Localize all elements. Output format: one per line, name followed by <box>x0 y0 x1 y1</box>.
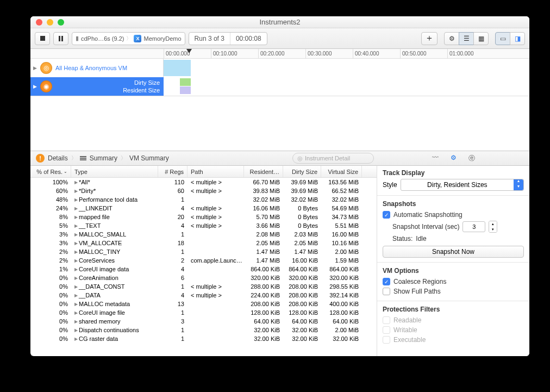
table-row[interactable]: 0%▶MALLOC metadata13208.00 KiB208.00 KiB… <box>30 300 377 308</box>
col-resident[interactable]: Resident… <box>244 166 283 177</box>
col-type[interactable]: Type <box>71 166 158 177</box>
col-dirty[interactable]: Dirty Size <box>283 166 321 177</box>
target-selector[interactable]: ▮ cdPho…6s (9.2) 〉 X MemoryDemo <box>72 32 185 45</box>
table-row[interactable]: 60%▶*Dirty*60< multiple >39.83 MiB39.69 … <box>30 186 377 195</box>
table-body[interactable]: 100%▶*All*110< multiple >66.70 MiB39.69 … <box>30 178 377 356</box>
view-grid-button[interactable]: ▦ <box>473 32 489 45</box>
table-row[interactable]: 0%▶__DATA_CONST1< multiple >288.00 KiB20… <box>30 282 377 291</box>
table-row[interactable]: 0%▶shared memory364.00 KiB64.00 KiB64.00… <box>30 317 377 326</box>
auto-snapshot-checkbox[interactable]: ✓ <box>383 211 390 219</box>
table-row[interactable]: 0%▶CoreUI image file1128.00 KiB128.00 Ki… <box>30 308 377 317</box>
toggle-inspector-button[interactable]: ◨ <box>510 32 525 45</box>
view-list-button[interactable]: ☰ <box>459 32 474 45</box>
device-label: cdPho…6s (9.2) <box>81 35 124 42</box>
cell-dirty: 0 Bytes <box>283 214 321 220</box>
table-row[interactable]: 1%▶CoreUI image data4864.00 KiB864.00 Ki… <box>30 265 377 273</box>
disclosure-icon[interactable]: ▶ <box>74 302 78 307</box>
view-strategy-button[interactable]: ⚙ <box>444 32 459 45</box>
fullpaths-checkbox[interactable] <box>383 288 390 295</box>
cell-regs: 1 <box>158 335 188 342</box>
track-vm-tracker[interactable]: ▶ ◉ Dirty Size Resident Size <box>30 77 529 96</box>
disclosure-icon[interactable]: ▶ <box>74 250 78 254</box>
interval-input[interactable] <box>462 221 485 232</box>
cell-dirty: 864.00 KiB <box>283 266 321 272</box>
track-allocations[interactable]: ▶ ◎ All Heap & Anonymous VM <box>30 59 529 77</box>
toggle-detail-button[interactable]: ▭ <box>495 32 510 45</box>
disclosure-icon[interactable]: ▶ <box>74 241 78 246</box>
timeline-ruler[interactable]: 00:00.000 00:10.000 00:20.000 00:30.000 … <box>30 49 529 59</box>
disclosure-icon[interactable]: ▶ <box>74 276 78 281</box>
table-row[interactable]: 24%▶__LINKEDIT4< multiple >16.06 MiB0 By… <box>30 204 377 213</box>
cell-dirty: 0 Bytes <box>283 205 321 211</box>
col-regs[interactable]: # Regs <box>158 166 188 177</box>
disclosure-icon[interactable]: ▶ <box>74 328 78 333</box>
disclosure-icon[interactable]: ▶ <box>74 319 78 324</box>
detail-navbar: ! Details 〉 Summary 〉 VM Summary ◎ Instr… <box>30 151 529 166</box>
cell-resident: 1.47 MiB <box>244 248 283 255</box>
zoom-icon[interactable] <box>58 19 64 26</box>
table-row[interactable]: 2%▶MALLOC_TINY11.47 MiB1.47 MiB2.00 MiB <box>30 247 377 256</box>
table-row[interactable]: 5%▶__TEXT4< multiple >3.66 MiB0 Bytes5.5… <box>30 221 377 230</box>
style-select[interactable]: Dirty, Resident Sizes ▴▾ <box>401 179 524 191</box>
cell-virtual: 400.00 KiB <box>321 301 362 307</box>
elapsed-time: 00:00:08 <box>230 33 267 45</box>
disclosure-icon[interactable]: ▶ <box>33 84 37 89</box>
cell-resident: 16.06 MiB <box>244 205 283 211</box>
track-display-icon[interactable]: 〰 <box>432 154 439 163</box>
col-path[interactable]: Path <box>188 166 244 177</box>
disclosure-icon[interactable]: ▶ <box>74 180 78 185</box>
nav-summary[interactable]: Summary <box>90 154 117 162</box>
cell-pct: 0% <box>30 318 71 325</box>
cell-virtual: 5.51 MiB <box>321 222 362 229</box>
disclosure-icon[interactable]: ▶ <box>74 232 78 237</box>
extended-detail-icon[interactable]: ⓔ <box>468 154 475 163</box>
cell-type: ▶__TEXT <box>71 222 158 229</box>
disclosure-icon[interactable]: ▶ <box>74 267 78 272</box>
cell-type: ▶VM_ALLOCATE <box>71 240 158 246</box>
disclosure-icon[interactable]: ▶ <box>74 337 78 341</box>
table-row[interactable]: 0%▶CG raster data132.00 KiB32.00 KiB32.0… <box>30 334 377 343</box>
table-row[interactable]: 2%▶CoreServices2com.apple.Launc…1.47 MiB… <box>30 256 377 265</box>
disclosure-icon[interactable]: ▶ <box>74 223 78 228</box>
col-virtual[interactable]: Virtual Size <box>321 166 362 177</box>
disclosure-icon[interactable]: ▶ <box>74 284 78 289</box>
col-pct-res[interactable]: % of Res.⌄ <box>30 166 71 177</box>
table-row[interactable]: 100%▶*All*110< multiple >66.70 MiB39.69 … <box>30 178 377 186</box>
disclosure-icon[interactable]: ▶ <box>74 215 78 220</box>
pause-button[interactable] <box>53 32 68 45</box>
disclosure-icon[interactable]: ▶ <box>74 189 78 194</box>
table-row[interactable]: 0%▶CoreAnimation6320.00 KiB320.00 KiB320… <box>30 273 377 282</box>
table-row[interactable]: 0%▶Dispatch continuations132.00 KiB32.00… <box>30 326 377 334</box>
chevron-right-icon: 〉 <box>126 35 132 42</box>
table-row[interactable]: 8%▶mapped file20< multiple >5.70 MiB0 By… <box>30 213 377 221</box>
disclosure-icon[interactable]: ▶ <box>74 206 78 211</box>
alert-icon[interactable]: ! <box>36 154 45 163</box>
record-stop-button[interactable] <box>35 32 50 45</box>
add-instrument-button[interactable]: ＋ <box>421 32 438 45</box>
cell-virtual: 128.00 KiB <box>321 309 362 316</box>
playhead-icon[interactable] <box>186 49 192 53</box>
step-up-icon[interactable]: ▴ <box>489 221 497 227</box>
nav-details[interactable]: Details <box>48 154 68 162</box>
disclosure-icon[interactable]: ▶ <box>74 258 78 263</box>
table-row[interactable]: 48%▶Performance tool data132.02 MiB32.02… <box>30 195 377 204</box>
snapshot-now-button[interactable]: Snapshot Now <box>383 246 524 258</box>
table-row[interactable]: 3%▶VM_ALLOCATE182.05 MiB2.05 MiB10.16 Mi… <box>30 239 377 247</box>
minimize-icon[interactable] <box>47 19 53 26</box>
run-info[interactable]: Run 3 of 3 00:00:08 <box>189 32 267 45</box>
nav-vmsummary[interactable]: VM Summary <box>129 154 169 162</box>
table-row[interactable]: 3%▶MALLOC_SMALL12.08 MiB2.03 MiB16.00 Mi… <box>30 230 377 239</box>
coalesce-checkbox[interactable]: ✓ <box>383 278 390 285</box>
disclosure-icon[interactable]: ▶ <box>74 310 78 315</box>
disclosure-icon[interactable]: ▶ <box>74 293 78 298</box>
interval-stepper[interactable]: ▴▾ <box>489 221 497 233</box>
disclosure-icon[interactable]: ▶ <box>33 65 37 71</box>
table-row[interactable]: 0%▶__DATA4< multiple >224.00 KiB208.00 K… <box>30 291 377 300</box>
cell-regs: 20 <box>158 214 188 220</box>
disclosure-icon[interactable]: ▶ <box>74 197 78 202</box>
step-down-icon[interactable]: ▾ <box>489 227 497 232</box>
cell-regs: 110 <box>158 179 188 185</box>
instrument-detail-filter[interactable]: ◎ Instrument Detail <box>292 153 374 164</box>
close-icon[interactable] <box>36 19 42 26</box>
settings-icon[interactable]: ⚙ <box>451 154 457 163</box>
